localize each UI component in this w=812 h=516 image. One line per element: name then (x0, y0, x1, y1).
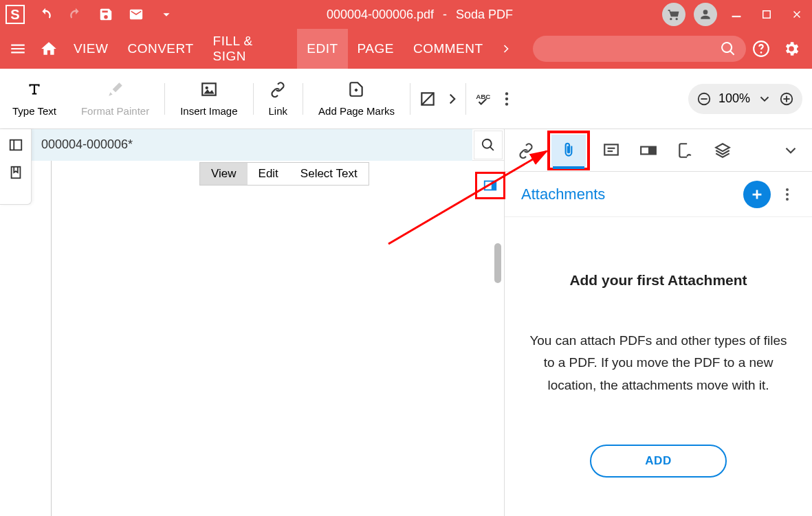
add-attachment-button[interactable] (743, 181, 771, 208)
rp-collapse-button[interactable] (775, 135, 806, 166)
zoom-out-button[interactable] (696, 91, 712, 106)
mail-button[interactable] (121, 0, 151, 29)
maximize-button[interactable] (751, 0, 782, 29)
plus-icon (749, 187, 765, 202)
workspace: 000004-000006* View Edit Select Text (0, 129, 812, 516)
link-label: Link (269, 105, 288, 117)
menu-comment[interactable]: COMMENT (404, 29, 493, 69)
svg-text:ABC: ABC (476, 93, 490, 100)
home-button[interactable] (33, 29, 63, 69)
hamburger-menu-button[interactable] (3, 29, 33, 69)
ribbon-separator (303, 83, 303, 115)
attachments-heading: Add your first Attachment (525, 272, 791, 289)
spellcheck-icon: ABC (474, 90, 492, 108)
link-icon (517, 142, 535, 159)
svg-point-29 (786, 198, 789, 201)
document-canvas[interactable] (51, 161, 504, 516)
image-icon (200, 80, 218, 98)
help-button[interactable] (746, 29, 776, 69)
insert-image-button[interactable]: Insert Image (168, 69, 250, 129)
eraser-button[interactable] (413, 69, 442, 129)
redo-button[interactable] (61, 0, 91, 29)
right-panel-toggle[interactable] (475, 172, 505, 199)
titlebar-more-button[interactable] (151, 0, 182, 29)
attachments-menu-button[interactable] (779, 186, 795, 203)
layers-icon (714, 142, 732, 159)
cart-button[interactable] (662, 3, 685, 26)
minimize-button[interactable] (721, 0, 751, 29)
zoom-dropdown-button[interactable] (757, 91, 772, 106)
svg-point-27 (786, 188, 789, 191)
paperclip-icon (560, 142, 578, 159)
insert-image-label: Insert Image (180, 105, 237, 117)
app-name: Soda PDF (456, 8, 513, 21)
comment-icon (602, 142, 620, 159)
right-panel-tabs (505, 129, 812, 172)
scrollbar-thumb[interactable] (494, 243, 501, 283)
type-text-icon (25, 80, 43, 98)
title-separator: - (443, 8, 447, 21)
svg-rect-26 (648, 146, 656, 154)
panel-left-icon[interactable] (8, 137, 23, 153)
close-button[interactable] (782, 0, 812, 29)
rp-tab-form[interactable] (633, 135, 664, 166)
bookmark-icon[interactable] (8, 165, 23, 180)
document-filename: 000004-000006.pdf (327, 8, 434, 21)
search-box[interactable] (533, 36, 746, 62)
attachments-title: Attachments (521, 186, 743, 203)
ribbon-next-button[interactable] (442, 69, 463, 129)
format-painter-icon (107, 80, 124, 98)
format-painter-button[interactable]: Format Painter (69, 69, 162, 129)
mode-bar: View Edit Select Text (199, 162, 369, 186)
more-vert-icon (498, 90, 516, 108)
search-icon (481, 137, 496, 153)
rp-tab-comments[interactable] (595, 135, 627, 166)
doc-search-button[interactable] (474, 131, 503, 159)
chevron-right-icon (443, 90, 461, 108)
svg-rect-21 (492, 181, 496, 190)
more-vert-icon (779, 186, 795, 203)
save-button[interactable] (91, 0, 121, 29)
ribbon-overflow-button[interactable] (498, 69, 516, 129)
menu-convert[interactable]: CONVERT (118, 29, 203, 69)
rp-tab-attachments[interactable] (547, 131, 590, 170)
rp-tab-links[interactable] (510, 135, 542, 166)
svg-rect-22 (604, 144, 618, 155)
panel-right-icon (483, 178, 498, 193)
menu-overflow-button[interactable] (493, 42, 520, 56)
attachments-add-button[interactable]: ADD (590, 445, 726, 478)
signature-icon (677, 142, 694, 159)
account-button[interactable] (694, 3, 717, 26)
svg-rect-1 (763, 11, 771, 19)
page-marks-icon (347, 80, 365, 98)
link-icon (269, 80, 287, 98)
type-text-button[interactable]: Type Text (0, 69, 69, 129)
zoom-value[interactable]: 100% (718, 91, 750, 106)
zoom-control: 100% (688, 84, 802, 114)
menu-bar: VIEW CONVERT FILL & SIGN EDIT PAGE COMME… (0, 29, 812, 69)
spellcheck-button[interactable]: ABC (469, 69, 498, 129)
menu-fill-sign[interactable]: FILL & SIGN (204, 29, 298, 69)
menu-edit[interactable]: EDIT (297, 29, 347, 69)
mode-view[interactable]: View (200, 163, 248, 185)
menu-view[interactable]: VIEW (64, 29, 118, 69)
settings-button[interactable] (776, 29, 806, 69)
add-page-marks-button[interactable]: Add Page Marks (306, 69, 407, 129)
eraser-icon (419, 90, 437, 108)
zoom-in-button[interactable] (779, 91, 794, 106)
document-tab[interactable]: 000004-000006* (32, 129, 472, 161)
rp-tab-sign[interactable] (670, 135, 701, 166)
mode-edit[interactable]: Edit (248, 163, 289, 185)
menu-page[interactable]: PAGE (348, 29, 404, 69)
svg-point-10 (505, 97, 508, 100)
left-sidebar (0, 129, 32, 205)
title-bar: S 000004-000006.pdf - Soda PDF (0, 0, 812, 29)
svg-rect-0 (732, 16, 740, 17)
ribbon: Type Text Format Painter Insert Image Li… (0, 69, 812, 129)
undo-button[interactable] (30, 0, 61, 29)
link-button[interactable]: Link (256, 69, 300, 129)
rp-tab-layers[interactable] (707, 135, 738, 166)
document-tab-bar: 000004-000006* (32, 129, 504, 161)
mode-select[interactable]: Select Text (289, 163, 369, 185)
svg-rect-19 (11, 167, 20, 179)
